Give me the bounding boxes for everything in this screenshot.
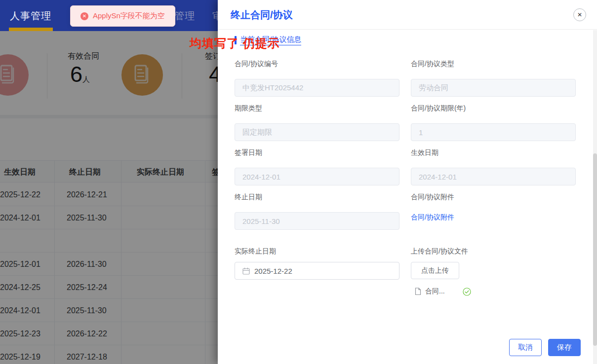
upload-button[interactable]: 点击上传 bbox=[411, 262, 459, 279]
actual-end-date-value: 2025-12-22 bbox=[254, 267, 292, 275]
upload-success-check-icon bbox=[463, 288, 471, 296]
calendar-icon bbox=[242, 267, 250, 275]
sign-date-label: 签署日期 bbox=[235, 148, 262, 157]
effective-date-label: 生效日期 bbox=[411, 148, 438, 157]
contract-type-label: 合同/协议类型 bbox=[411, 60, 454, 69]
term-years-label: 合同/协议期限(年) bbox=[411, 104, 466, 113]
error-toast: ✕ ApplySn字段不能为空 bbox=[70, 5, 175, 27]
attachment-link[interactable]: 合同/协议附件 bbox=[411, 213, 454, 222]
actual-end-date-label: 实际终止日期 bbox=[235, 247, 276, 256]
document-icon bbox=[415, 288, 421, 295]
active-tab-underline bbox=[9, 28, 53, 31]
nav-item-hr-management[interactable]: 人事管理 bbox=[10, 9, 51, 23]
term-type-label: 期限类型 bbox=[235, 104, 262, 113]
save-button[interactable]: 保存 bbox=[548, 339, 581, 356]
drawer-scrollbar-track[interactable] bbox=[593, 30, 597, 364]
upload-label: 上传合同/协议文件 bbox=[411, 247, 468, 256]
uploaded-file-item[interactable]: 合同... bbox=[415, 287, 471, 296]
uploaded-file-name: 合同... bbox=[425, 287, 445, 296]
cancel-button[interactable]: 取消 bbox=[509, 339, 542, 356]
term-type-input: 固定期限 bbox=[235, 123, 399, 141]
end-date-input: 2025-11-30 bbox=[235, 212, 399, 230]
drawer-scrollbar-thumb[interactable] bbox=[593, 153, 597, 346]
attachment-label: 合同/协议附件 bbox=[411, 193, 454, 202]
close-icon[interactable]: ✕ bbox=[573, 8, 586, 21]
nav-item-partial-management[interactable]: 管理 bbox=[174, 9, 195, 23]
contract-no-input: 中竞发HT2025442 bbox=[235, 79, 399, 97]
sign-date-input: 2024-12-01 bbox=[235, 168, 399, 185]
terminate-contract-drawer: 终止合同/协议 ✕ 当前合同/协议信息 合同/协议编号 中竞发HT2025442… bbox=[218, 0, 597, 364]
actual-end-date-input[interactable]: 2025-12-22 bbox=[235, 262, 399, 280]
term-years-input: 1 bbox=[411, 123, 576, 141]
hand-annotation: 均填写了 仍提示 bbox=[190, 36, 280, 51]
contract-type-input: 劳动合同 bbox=[411, 79, 576, 97]
error-circle-icon: ✕ bbox=[80, 12, 88, 20]
drawer-title: 终止合同/协议 bbox=[231, 8, 293, 22]
error-toast-message: ApplySn字段不能为空 bbox=[93, 11, 165, 21]
contract-no-label: 合同/协议编号 bbox=[235, 60, 278, 69]
end-date-label: 终止日期 bbox=[235, 193, 262, 202]
effective-date-input: 2024-12-01 bbox=[411, 168, 576, 185]
drawer-header: 终止合同/协议 ✕ bbox=[218, 0, 597, 30]
